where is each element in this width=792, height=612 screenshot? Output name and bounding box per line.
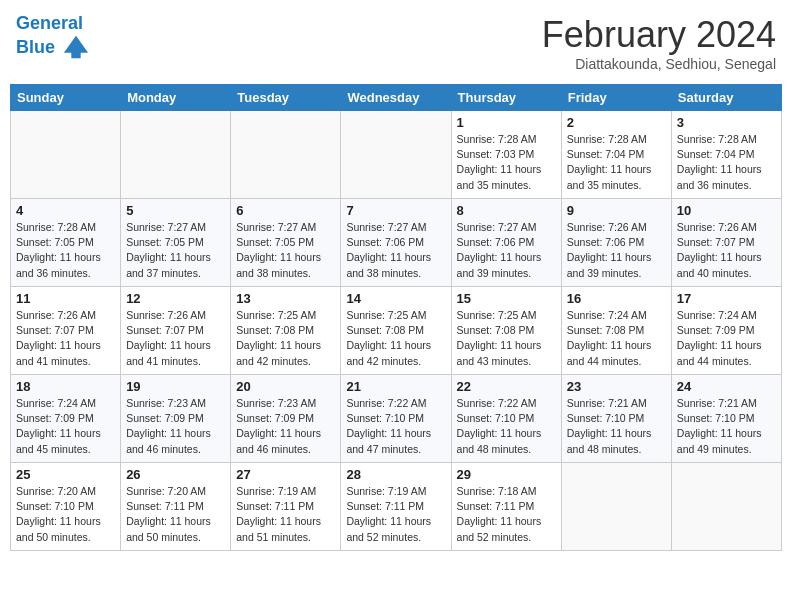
day-number: 21 <box>346 379 445 394</box>
day-cell: 11Sunrise: 7:26 AM Sunset: 7:07 PM Dayli… <box>11 287 121 375</box>
day-info: Sunrise: 7:28 AM Sunset: 7:03 PM Dayligh… <box>457 132 556 193</box>
day-cell <box>231 111 341 199</box>
day-info: Sunrise: 7:22 AM Sunset: 7:10 PM Dayligh… <box>457 396 556 457</box>
svg-rect-1 <box>71 51 80 58</box>
day-number: 7 <box>346 203 445 218</box>
day-cell: 3Sunrise: 7:28 AM Sunset: 7:04 PM Daylig… <box>671 111 781 199</box>
day-number: 1 <box>457 115 556 130</box>
day-cell: 24Sunrise: 7:21 AM Sunset: 7:10 PM Dayli… <box>671 375 781 463</box>
day-cell: 23Sunrise: 7:21 AM Sunset: 7:10 PM Dayli… <box>561 375 671 463</box>
day-cell: 15Sunrise: 7:25 AM Sunset: 7:08 PM Dayli… <box>451 287 561 375</box>
logo-text2: Blue <box>16 34 90 62</box>
week-row-2: 4Sunrise: 7:28 AM Sunset: 7:05 PM Daylig… <box>11 199 782 287</box>
day-number: 2 <box>567 115 666 130</box>
weekday-header-wednesday: Wednesday <box>341 85 451 111</box>
day-cell: 16Sunrise: 7:24 AM Sunset: 7:08 PM Dayli… <box>561 287 671 375</box>
weekday-header-friday: Friday <box>561 85 671 111</box>
day-number: 27 <box>236 467 335 482</box>
day-number: 13 <box>236 291 335 306</box>
day-number: 26 <box>126 467 225 482</box>
day-number: 8 <box>457 203 556 218</box>
day-info: Sunrise: 7:25 AM Sunset: 7:08 PM Dayligh… <box>346 308 445 369</box>
day-number: 9 <box>567 203 666 218</box>
day-number: 19 <box>126 379 225 394</box>
day-info: Sunrise: 7:21 AM Sunset: 7:10 PM Dayligh… <box>567 396 666 457</box>
logo: General Blue <box>16 14 90 62</box>
day-info: Sunrise: 7:28 AM Sunset: 7:04 PM Dayligh… <box>677 132 776 193</box>
day-info: Sunrise: 7:23 AM Sunset: 7:09 PM Dayligh… <box>236 396 335 457</box>
day-cell <box>121 111 231 199</box>
day-cell <box>341 111 451 199</box>
day-cell: 13Sunrise: 7:25 AM Sunset: 7:08 PM Dayli… <box>231 287 341 375</box>
day-info: Sunrise: 7:27 AM Sunset: 7:05 PM Dayligh… <box>126 220 225 281</box>
day-number: 20 <box>236 379 335 394</box>
day-cell: 22Sunrise: 7:22 AM Sunset: 7:10 PM Dayli… <box>451 375 561 463</box>
day-number: 18 <box>16 379 115 394</box>
weekday-header-monday: Monday <box>121 85 231 111</box>
day-cell: 20Sunrise: 7:23 AM Sunset: 7:09 PM Dayli… <box>231 375 341 463</box>
day-cell: 6Sunrise: 7:27 AM Sunset: 7:05 PM Daylig… <box>231 199 341 287</box>
day-cell: 21Sunrise: 7:22 AM Sunset: 7:10 PM Dayli… <box>341 375 451 463</box>
day-cell: 25Sunrise: 7:20 AM Sunset: 7:10 PM Dayli… <box>11 463 121 551</box>
weekday-header-thursday: Thursday <box>451 85 561 111</box>
day-cell: 1Sunrise: 7:28 AM Sunset: 7:03 PM Daylig… <box>451 111 561 199</box>
logo-text: General <box>16 14 90 34</box>
day-cell: 5Sunrise: 7:27 AM Sunset: 7:05 PM Daylig… <box>121 199 231 287</box>
day-cell: 26Sunrise: 7:20 AM Sunset: 7:11 PM Dayli… <box>121 463 231 551</box>
day-cell: 4Sunrise: 7:28 AM Sunset: 7:05 PM Daylig… <box>11 199 121 287</box>
day-number: 28 <box>346 467 445 482</box>
day-number: 29 <box>457 467 556 482</box>
calendar-title: February 2024 <box>542 14 776 56</box>
day-cell: 14Sunrise: 7:25 AM Sunset: 7:08 PM Dayli… <box>341 287 451 375</box>
week-row-3: 11Sunrise: 7:26 AM Sunset: 7:07 PM Dayli… <box>11 287 782 375</box>
day-info: Sunrise: 7:25 AM Sunset: 7:08 PM Dayligh… <box>457 308 556 369</box>
week-row-5: 25Sunrise: 7:20 AM Sunset: 7:10 PM Dayli… <box>11 463 782 551</box>
day-info: Sunrise: 7:24 AM Sunset: 7:09 PM Dayligh… <box>16 396 115 457</box>
day-cell: 7Sunrise: 7:27 AM Sunset: 7:06 PM Daylig… <box>341 199 451 287</box>
day-info: Sunrise: 7:27 AM Sunset: 7:06 PM Dayligh… <box>346 220 445 281</box>
day-cell: 9Sunrise: 7:26 AM Sunset: 7:06 PM Daylig… <box>561 199 671 287</box>
day-info: Sunrise: 7:26 AM Sunset: 7:07 PM Dayligh… <box>16 308 115 369</box>
day-info: Sunrise: 7:28 AM Sunset: 7:05 PM Dayligh… <box>16 220 115 281</box>
day-number: 12 <box>126 291 225 306</box>
day-info: Sunrise: 7:26 AM Sunset: 7:07 PM Dayligh… <box>677 220 776 281</box>
day-number: 11 <box>16 291 115 306</box>
day-info: Sunrise: 7:27 AM Sunset: 7:06 PM Dayligh… <box>457 220 556 281</box>
day-info: Sunrise: 7:19 AM Sunset: 7:11 PM Dayligh… <box>236 484 335 545</box>
day-number: 5 <box>126 203 225 218</box>
day-number: 3 <box>677 115 776 130</box>
week-row-4: 18Sunrise: 7:24 AM Sunset: 7:09 PM Dayli… <box>11 375 782 463</box>
day-number: 22 <box>457 379 556 394</box>
day-number: 23 <box>567 379 666 394</box>
day-cell: 18Sunrise: 7:24 AM Sunset: 7:09 PM Dayli… <box>11 375 121 463</box>
day-info: Sunrise: 7:19 AM Sunset: 7:11 PM Dayligh… <box>346 484 445 545</box>
day-info: Sunrise: 7:24 AM Sunset: 7:09 PM Dayligh… <box>677 308 776 369</box>
day-cell: 17Sunrise: 7:24 AM Sunset: 7:09 PM Dayli… <box>671 287 781 375</box>
day-cell <box>561 463 671 551</box>
header: General Blue February 2024 Diattakounda,… <box>10 10 782 76</box>
weekday-header-tuesday: Tuesday <box>231 85 341 111</box>
day-cell: 29Sunrise: 7:18 AM Sunset: 7:11 PM Dayli… <box>451 463 561 551</box>
day-cell <box>671 463 781 551</box>
day-number: 16 <box>567 291 666 306</box>
week-row-1: 1Sunrise: 7:28 AM Sunset: 7:03 PM Daylig… <box>11 111 782 199</box>
day-number: 15 <box>457 291 556 306</box>
day-number: 25 <box>16 467 115 482</box>
weekday-header-saturday: Saturday <box>671 85 781 111</box>
day-cell <box>11 111 121 199</box>
day-cell: 19Sunrise: 7:23 AM Sunset: 7:09 PM Dayli… <box>121 375 231 463</box>
day-number: 10 <box>677 203 776 218</box>
day-info: Sunrise: 7:20 AM Sunset: 7:11 PM Dayligh… <box>126 484 225 545</box>
day-cell: 8Sunrise: 7:27 AM Sunset: 7:06 PM Daylig… <box>451 199 561 287</box>
day-cell: 28Sunrise: 7:19 AM Sunset: 7:11 PM Dayli… <box>341 463 451 551</box>
weekday-header-row: SundayMondayTuesdayWednesdayThursdayFrid… <box>11 85 782 111</box>
day-info: Sunrise: 7:21 AM Sunset: 7:10 PM Dayligh… <box>677 396 776 457</box>
day-info: Sunrise: 7:18 AM Sunset: 7:11 PM Dayligh… <box>457 484 556 545</box>
day-info: Sunrise: 7:26 AM Sunset: 7:06 PM Dayligh… <box>567 220 666 281</box>
calendar-table: SundayMondayTuesdayWednesdayThursdayFrid… <box>10 84 782 551</box>
day-cell: 12Sunrise: 7:26 AM Sunset: 7:07 PM Dayli… <box>121 287 231 375</box>
day-cell: 27Sunrise: 7:19 AM Sunset: 7:11 PM Dayli… <box>231 463 341 551</box>
day-number: 14 <box>346 291 445 306</box>
day-info: Sunrise: 7:27 AM Sunset: 7:05 PM Dayligh… <box>236 220 335 281</box>
day-cell: 2Sunrise: 7:28 AM Sunset: 7:04 PM Daylig… <box>561 111 671 199</box>
